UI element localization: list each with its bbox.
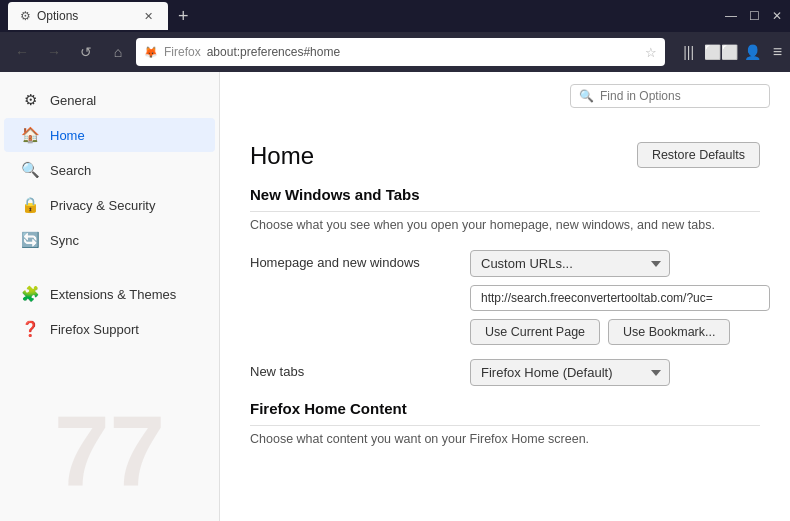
title-bar: ⚙ Options ✕ + — ☐ ✕ bbox=[0, 0, 790, 32]
library-icon[interactable]: ||| bbox=[677, 40, 701, 64]
window-controls: — ☐ ✕ bbox=[725, 9, 782, 23]
bookmark-star-icon[interactable]: ☆ bbox=[645, 45, 657, 60]
section-new-windows-title: New Windows and Tabs bbox=[250, 186, 760, 212]
section-home-content-desc: Choose what content you want on your Fir… bbox=[250, 432, 760, 446]
sidebar-item-home[interactable]: 🏠 Home bbox=[4, 118, 215, 152]
sidebar: 77 ⚙ General 🏠 Home 🔍 Search 🔒 Privacy &… bbox=[0, 72, 220, 521]
homepage-url-input[interactable] bbox=[470, 285, 770, 311]
back-button[interactable]: ← bbox=[8, 38, 36, 66]
newtabs-control: Firefox Home (Default)Blank PageCustom U… bbox=[470, 359, 760, 386]
homepage-select[interactable]: Firefox Home (Default)Custom URLs...Blan… bbox=[470, 250, 670, 277]
main-panel: 🔍 Home Restore Defaults New Windows and … bbox=[220, 72, 790, 521]
home-button[interactable]: ⌂ bbox=[104, 38, 132, 66]
sidebar-label-extensions: Extensions & Themes bbox=[50, 287, 176, 302]
firefox-label: Firefox bbox=[164, 45, 201, 59]
newtabs-select[interactable]: Firefox Home (Default)Blank PageCustom U… bbox=[470, 359, 670, 386]
sidebar-item-general[interactable]: ⚙ General bbox=[4, 83, 215, 117]
reload-button[interactable]: ↺ bbox=[72, 38, 100, 66]
lock-icon: 🔒 bbox=[20, 196, 40, 214]
tab-label: Options bbox=[37, 9, 78, 23]
support-icon: ❓ bbox=[20, 320, 40, 338]
tab-close-button[interactable]: ✕ bbox=[140, 8, 156, 24]
sidebar-item-sync[interactable]: 🔄 Sync bbox=[4, 223, 215, 257]
extensions-icon: 🧩 bbox=[20, 285, 40, 303]
newtabs-row: New tabs Firefox Home (Default)Blank Pag… bbox=[250, 359, 760, 386]
sidebar-label-support: Firefox Support bbox=[50, 322, 139, 337]
synced-tabs-icon[interactable]: ⬜⬜ bbox=[709, 40, 733, 64]
homepage-control: Firefox Home (Default)Custom URLs...Blan… bbox=[470, 250, 770, 345]
watermark: 77 bbox=[54, 401, 165, 501]
search-icon: 🔍 bbox=[20, 161, 40, 179]
find-input[interactable] bbox=[600, 89, 761, 103]
homepage-row: Homepage and new windows Firefox Home (D… bbox=[250, 250, 760, 345]
account-icon[interactable]: 👤 bbox=[741, 40, 765, 64]
toolbar-icons: ||| ⬜⬜ 👤 bbox=[677, 40, 765, 64]
minimize-button[interactable]: — bbox=[725, 9, 737, 23]
find-icon: 🔍 bbox=[579, 89, 594, 103]
sidebar-label-general: General bbox=[50, 93, 96, 108]
firefox-logo-icon: 🦊 bbox=[144, 46, 158, 59]
sidebar-item-privacy[interactable]: 🔒 Privacy & Security bbox=[4, 188, 215, 222]
general-icon: ⚙ bbox=[20, 91, 40, 109]
use-bookmark-button[interactable]: Use Bookmark... bbox=[608, 319, 730, 345]
use-current-page-button[interactable]: Use Current Page bbox=[470, 319, 600, 345]
page-title: Home bbox=[250, 142, 314, 170]
page-header-row: Home Restore Defaults bbox=[250, 142, 760, 170]
address-bar[interactable]: 🦊 Firefox about:preferences#home ☆ bbox=[136, 38, 665, 66]
maximize-button[interactable]: ☐ bbox=[749, 9, 760, 23]
tab-gear-icon: ⚙ bbox=[20, 9, 31, 23]
sidebar-label-search: Search bbox=[50, 163, 91, 178]
restore-defaults-button[interactable]: Restore Defaults bbox=[637, 142, 760, 168]
app-body: 77 ⚙ General 🏠 Home 🔍 Search 🔒 Privacy &… bbox=[0, 72, 790, 521]
sidebar-label-sync: Sync bbox=[50, 233, 79, 248]
nav-bar: ← → ↺ ⌂ 🦊 Firefox about:preferences#home… bbox=[0, 32, 790, 72]
sidebar-item-extensions[interactable]: 🧩 Extensions & Themes bbox=[4, 277, 215, 311]
window-close-button[interactable]: ✕ bbox=[772, 9, 782, 23]
sync-icon: 🔄 bbox=[20, 231, 40, 249]
sidebar-item-support[interactable]: ❓ Firefox Support bbox=[4, 312, 215, 346]
find-in-options-bar[interactable]: 🔍 bbox=[570, 84, 770, 108]
newtabs-label: New tabs bbox=[250, 359, 470, 379]
new-tab-button[interactable]: + bbox=[172, 6, 195, 27]
home-icon: 🏠 bbox=[20, 126, 40, 144]
section-home-content-title: Firefox Home Content bbox=[250, 400, 760, 426]
forward-button[interactable]: → bbox=[40, 38, 68, 66]
section-new-windows-desc: Choose what you see when you open your h… bbox=[250, 218, 760, 232]
homepage-label: Homepage and new windows bbox=[250, 250, 470, 270]
sidebar-item-search[interactable]: 🔍 Search bbox=[4, 153, 215, 187]
address-text: about:preferences#home bbox=[207, 45, 639, 59]
active-tab[interactable]: ⚙ Options ✕ bbox=[8, 2, 168, 30]
sidebar-label-home: Home bbox=[50, 128, 85, 143]
sidebar-label-privacy: Privacy & Security bbox=[50, 198, 155, 213]
menu-button[interactable]: ≡ bbox=[773, 43, 782, 61]
